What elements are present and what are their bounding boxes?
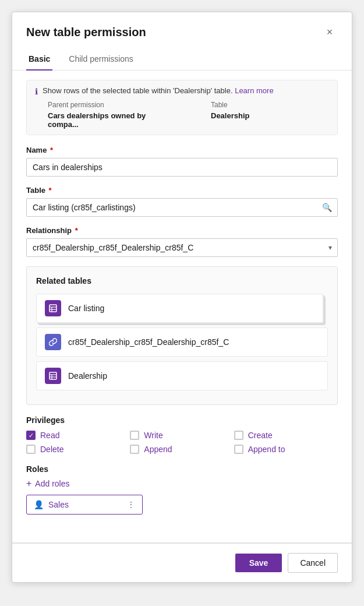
cancel-button[interactable]: Cancel	[288, 553, 338, 573]
table-input[interactable]	[26, 198, 338, 217]
privileges-title: Privileges	[26, 415, 338, 425]
person-icon: 👤	[34, 500, 44, 509]
table-icon-dealership	[45, 368, 61, 384]
relationship-select-wrapper: cr85f_Dealership_cr85f_Dealership_cr85f_…	[26, 238, 338, 257]
info-col1-header: Parent permission	[48, 101, 164, 109]
link-icon-relationship	[45, 334, 61, 350]
privilege-write-label: Write	[144, 431, 162, 440]
privilege-read-label: Read	[40, 431, 59, 440]
info-text: Show rows of the selected table within '…	[43, 86, 274, 95]
privilege-append-to[interactable]: Append to	[234, 445, 338, 454]
role-tag-content: 👤 Sales	[34, 500, 69, 509]
info-col1-value: Cars dealerships owned by compa...	[48, 111, 164, 129]
dialog-title: New table permission	[26, 26, 146, 39]
privileges-section: Privileges Read Write Create	[26, 415, 338, 454]
table-search-wrapper: 🔍	[26, 198, 338, 217]
privileges-grid: Read Write Create Delete	[26, 431, 338, 454]
svg-rect-4	[50, 372, 56, 379]
related-item-relationship-label: cr85f_Dealership_cr85f_Dealership_cr85f_…	[68, 337, 229, 347]
roles-title: Roles	[26, 464, 338, 474]
tab-bar: Basic Child permissions	[12, 50, 352, 71]
info-box: ℹ Show rows of the selected table within…	[26, 80, 338, 135]
related-item-dealership-label: Dealership	[68, 371, 107, 380]
checkbox-append-to[interactable]	[234, 445, 243, 454]
checkbox-append[interactable]	[130, 445, 139, 454]
roles-section: Roles + Add roles 👤 Sales ⋮	[26, 464, 338, 515]
relationship-select[interactable]: cr85f_Dealership_cr85f_Dealership_cr85f_…	[26, 238, 338, 257]
dialog-header: New table permission ×	[12, 12, 352, 50]
privilege-append-to-label: Append to	[248, 445, 285, 454]
related-item-car-listing-label: Car listing	[68, 304, 104, 313]
tab-basic[interactable]: Basic	[26, 50, 52, 71]
relationship-field-group: Relationship * cr85f_Dealership_cr85f_De…	[26, 226, 338, 257]
privilege-delete-label: Delete	[40, 445, 63, 454]
add-roles-button[interactable]: + Add roles	[26, 478, 70, 489]
privilege-create[interactable]: Create	[234, 431, 338, 440]
checkbox-create[interactable]	[234, 431, 243, 440]
checkbox-read[interactable]	[26, 431, 36, 440]
name-label: Name *	[26, 146, 338, 154]
related-item-dealership: Dealership	[36, 361, 328, 390]
privilege-read[interactable]: Read	[26, 431, 130, 440]
tab-child-permissions[interactable]: Child permissions	[66, 50, 135, 71]
related-tables-title: Related tables	[36, 276, 328, 286]
related-tables-box: Related tables Car listing	[26, 266, 338, 405]
dialog-body: ℹ Show rows of the selected table within…	[12, 80, 352, 542]
table-icon-car-listing	[45, 300, 61, 316]
info-table: Parent permission Table Cars dealerships…	[35, 101, 329, 129]
relationship-label: Relationship *	[26, 226, 338, 235]
role-menu-icon[interactable]: ⋮	[127, 500, 135, 509]
checkbox-delete[interactable]	[26, 445, 36, 454]
table-label: Table *	[26, 186, 338, 195]
info-col2-header: Table	[211, 101, 329, 109]
dialog-footer: Save Cancel	[12, 543, 352, 582]
privilege-write[interactable]: Write	[130, 431, 234, 440]
checkbox-write[interactable]	[130, 431, 139, 440]
svg-rect-0	[50, 305, 56, 312]
info-icon: ℹ	[35, 87, 38, 96]
role-tag-sales: 👤 Sales ⋮	[26, 495, 143, 515]
new-table-permission-dialog: New table permission × Basic Child permi…	[12, 12, 352, 583]
learn-more-link[interactable]: Learn more	[235, 86, 273, 95]
role-tag-label: Sales	[48, 500, 69, 509]
save-button[interactable]: Save	[235, 554, 282, 572]
privilege-delete[interactable]: Delete	[26, 445, 130, 454]
table-field-group: Table * 🔍	[26, 186, 338, 217]
close-button[interactable]: ×	[321, 24, 338, 40]
related-item-relationship: cr85f_Dealership_cr85f_Dealership_cr85f_…	[36, 327, 328, 357]
related-item-car-listing: Car listing	[36, 294, 323, 323]
privilege-append[interactable]: Append	[130, 445, 234, 454]
plus-icon: +	[26, 478, 31, 489]
privilege-append-label: Append	[144, 445, 172, 454]
name-field-group: Name *	[26, 146, 338, 177]
name-input[interactable]	[26, 158, 338, 177]
privilege-create-label: Create	[248, 431, 273, 440]
info-col2-value: Dealership	[211, 111, 329, 129]
